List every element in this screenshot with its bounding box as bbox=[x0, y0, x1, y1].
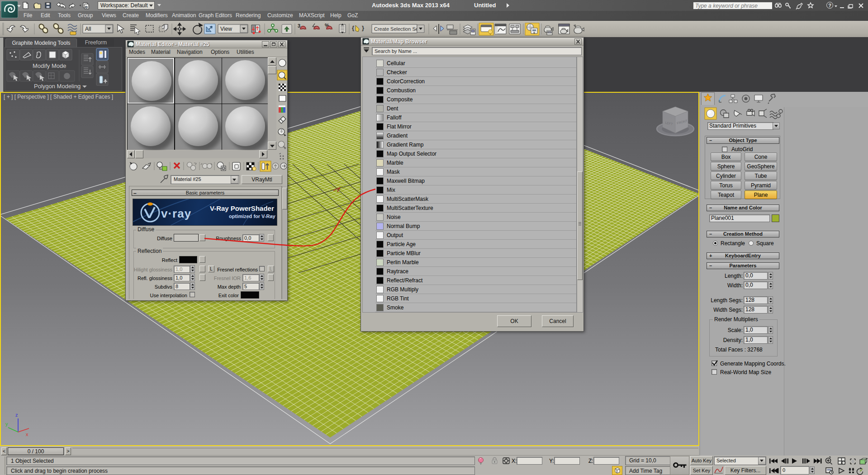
svg-text:{: { bbox=[352, 24, 354, 31]
svg-text:optimized for V-Ray: optimized for V-Ray bbox=[229, 214, 276, 219]
svg-text:x: x bbox=[26, 432, 28, 437]
svg-text:Modify Mode: Modify Mode bbox=[33, 62, 66, 69]
svg-text:Polygon Modeling: Polygon Modeling bbox=[34, 83, 81, 90]
svg-text:V-Ray PowerShader: V-Ray PowerShader bbox=[210, 204, 274, 212]
svg-text:y: y bbox=[5, 421, 8, 427]
svg-text:}: } bbox=[362, 24, 364, 31]
svg-text:3: 3 bbox=[298, 23, 300, 28]
svg-text:z: z bbox=[15, 412, 18, 418]
svg-text:v·ray: v·ray bbox=[161, 207, 191, 220]
svg-text:View: View bbox=[220, 26, 232, 32]
svg-text:Create Selection Se: Create Selection Se bbox=[374, 26, 418, 32]
svg-text:All: All bbox=[85, 26, 91, 32]
